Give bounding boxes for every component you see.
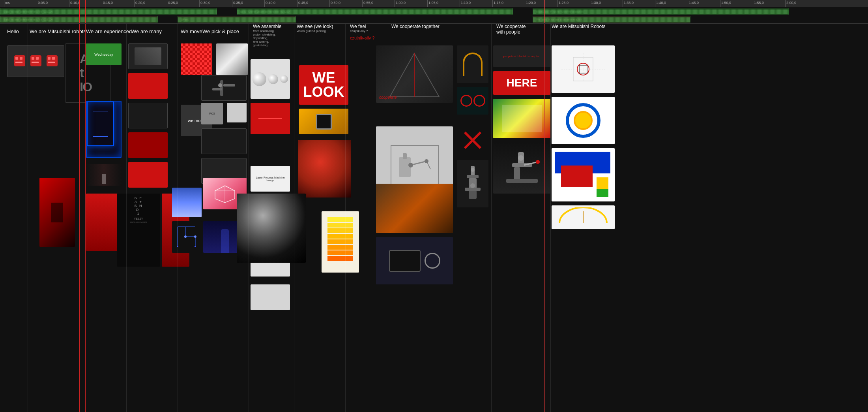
divider-4: [178, 24, 178, 412]
svg-rect-81: [597, 189, 608, 197]
waveform-track-2: _Build_runner-unternehmensfilm_038250: [237, 8, 513, 15]
timeline-panel[interactable]: ms 0:05,0 0:10,0 0:15,0 0:20,0 0:25,0 0:…: [0, 0, 868, 24]
thumb-headphone-gold: [457, 45, 488, 83]
section-label-pick: We pick & place: [202, 28, 239, 34]
svg-point-62: [471, 168, 475, 172]
thumb-many-1: [128, 43, 168, 69]
thumb-move-geo: [216, 43, 248, 75]
ruler-tick-12: 1:00,0: [395, 0, 406, 7]
thumb-pick-1: PKG: [201, 103, 223, 124]
svg-rect-43: [327, 245, 353, 250]
ruler-tick-2: 0:10,0: [69, 0, 80, 7]
thumb-camera-sensor: [299, 109, 348, 134]
thumb-robot-diagram-3: [251, 284, 290, 310]
thumb-spheres: [251, 59, 290, 99]
thumb-timeline-arc: [552, 205, 615, 229]
section-label-experienced: We are experienced: [86, 28, 132, 34]
waveform-track-1: _Build_runner-unternehmensfilm_032150: [0, 8, 217, 15]
ruler-tick-7: 0:35,0: [232, 0, 243, 7]
svg-rect-61: [469, 191, 477, 199]
ruler-tick-23: 1:55,0: [753, 0, 764, 7]
thumb-season-yeezy: S·EA·+S·NO·1 YEEZY www.yeezy.com: [117, 194, 160, 267]
ruler-tick-9: 0:45,0: [297, 0, 308, 7]
svg-point-27: [195, 246, 196, 247]
thumb-wavy-blue: [172, 188, 202, 217]
thumb-red-figure: [86, 194, 122, 251]
thumb-mitsubishi-arm: [457, 160, 488, 207]
ruler-tick-19: 1:35,0: [623, 0, 634, 7]
section-label-feel-sub: czujnik-siły ?: [350, 36, 374, 40]
thumb-many-2: [128, 73, 168, 99]
section-label-see: We see (we look) vision guided picking: [297, 24, 333, 33]
thumb-geo-abstract-1: [552, 45, 615, 93]
section-label-many: We are many: [131, 28, 162, 34]
thumb-we-look: WE LOOK: [299, 65, 348, 105]
thumb-robot-screen: [376, 237, 453, 284]
svg-rect-39: [327, 223, 353, 228]
section-label-mitsubishi-robots-end: We are Mitsubishi Robots: [552, 24, 606, 29]
divider-6: [294, 24, 294, 412]
thumb-robots-greeting: [7, 45, 64, 77]
svg-rect-40: [327, 228, 353, 233]
svg-point-77: [574, 112, 592, 129]
waveform-area: _Build_runner-unternehmensfilm_032150 _B…: [0, 7, 868, 24]
svg-point-25: [194, 235, 196, 238]
svg-rect-2: [20, 57, 22, 60]
ruler-tick-4: 0:20,0: [134, 0, 145, 7]
thumb-many-3: [128, 103, 168, 128]
svg-rect-79: [561, 166, 593, 187]
divider-3: [126, 24, 127, 412]
thumb-robot-arm-cooperation: [493, 142, 550, 194]
svg-point-68: [518, 155, 524, 161]
thumb-pick-2: [227, 103, 247, 122]
section-label-move: We move: [181, 28, 202, 34]
divider-1: [28, 24, 28, 412]
thumb-gallery-hall: [86, 164, 122, 186]
thumb-wednesday: Wednesday: [86, 43, 122, 65]
ruler-tick-16: 1:20,0: [525, 0, 536, 7]
waveform-track-6: _Wir_sind_K-runner-unternehmensfilm: [533, 16, 690, 23]
svg-line-51: [411, 161, 427, 165]
thumb-laser: Laser Process Machine Image: [251, 166, 290, 192]
thumb-red-x: [457, 124, 488, 156]
ruler-tick-17: 1:25,0: [557, 0, 569, 7]
svg-rect-45: [327, 256, 353, 261]
thumb-many-4: [128, 132, 168, 158]
waveform-track-5: _SPent: [178, 16, 296, 23]
svg-rect-14: [212, 88, 222, 90]
ruler-tick-1: 0:05,0: [37, 0, 48, 7]
thumb-color-blocks: [552, 148, 615, 201]
svg-rect-48: [391, 145, 438, 185]
thumb-bars-chart: [322, 211, 359, 273]
svg-point-70: [536, 160, 540, 164]
svg-point-54: [425, 159, 428, 163]
svg-rect-38: [327, 217, 353, 222]
ruler-tick-15: 1:15,0: [492, 0, 503, 7]
svg-rect-50: [403, 153, 407, 159]
ruler-tick-8: 0:40,0: [264, 0, 275, 7]
thumb-robot-arm-2: [201, 128, 247, 154]
thumb-circuit: [172, 221, 202, 253]
svg-rect-66: [514, 167, 520, 181]
divider-5: [249, 24, 249, 412]
section-label-cooperate-people: We cooperate with people: [496, 24, 526, 35]
ruler-tick-22: 1:50,0: [720, 0, 731, 7]
section-label-cooperate-together: We cooperate together: [391, 24, 440, 29]
section-label-assemble: We assemble from animating piston-shield…: [253, 24, 281, 47]
ruler-tick-24: 2:00,0: [785, 0, 796, 7]
svg-rect-44: [327, 250, 353, 255]
timeline-ruler: ms 0:05,0 0:10,0 0:15,0 0:20,0 0:25,0 0:…: [0, 0, 868, 7]
divider-8: [375, 24, 375, 412]
thumb-blue-circle: [552, 97, 615, 144]
thumb-many-5: [128, 162, 168, 188]
thumb-cooperate-robot-1: cooperate: [376, 45, 453, 103]
ruler-tick-21: 1:45,0: [688, 0, 699, 7]
ruler-tick-11: 0:55,0: [362, 0, 373, 7]
svg-rect-6: [36, 57, 39, 60]
main-content: Hello We are Mitsubishi robots We are ex…: [0, 24, 868, 412]
svg-rect-80: [597, 177, 608, 189]
divider-2: [85, 24, 85, 412]
thumb-red-planet: [298, 140, 351, 198]
thumb-color-geo: [493, 99, 550, 138]
ruler-tick-6: 0:30,0: [199, 0, 210, 7]
